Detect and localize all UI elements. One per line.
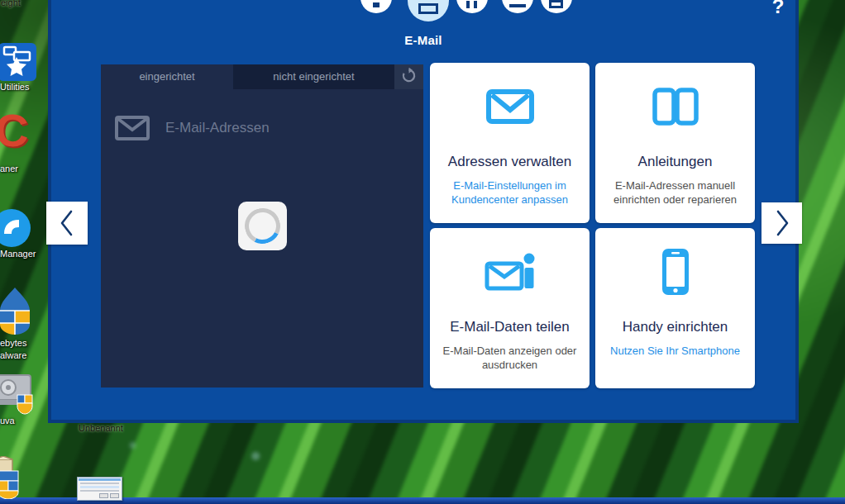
services-icon[interactable] xyxy=(541,0,572,13)
prev-arrow-button[interactable] xyxy=(46,202,88,245)
manager-app-icon[interactable] xyxy=(0,208,31,251)
tab-eingerichtet[interactable]: eingerichtet xyxy=(101,64,233,89)
tuneup-utilities-icon[interactable] xyxy=(0,43,36,84)
card-title: E-Mail-Daten teilen xyxy=(450,319,570,335)
desktop-icon-label[interactable]: alware xyxy=(0,350,26,360)
loading-spinner xyxy=(238,202,287,250)
panel-heading: E-Mail-Adressen xyxy=(115,116,270,140)
desktop-icon-label[interactable]: Manager xyxy=(0,249,36,259)
desktop-icon-label[interactable]: uva xyxy=(0,416,15,426)
envelope-icon xyxy=(486,79,534,134)
taskbar[interactable] xyxy=(0,497,845,504)
card-link[interactable]: E-Mail-Einstellungen im Kundencenter anp… xyxy=(439,179,581,207)
card-subtitle: E-Mail-Adressen manuell einrichten oder … xyxy=(604,179,747,207)
page-title: E-Mail xyxy=(51,33,795,47)
smartphone-icon xyxy=(661,245,690,299)
card-adressen-verwalten[interactable]: Adressen verwalten E-Mail-Einstellungen … xyxy=(430,63,590,223)
next-arrow-button[interactable] xyxy=(761,202,802,244)
connections-icon[interactable] xyxy=(456,0,488,13)
card-email-daten-teilen[interactable]: E-Mail-Daten teilen E-Mail-Daten anzeige… xyxy=(430,228,590,388)
app-window: E-Mail ? eingerichtet nicht eingerichtet xyxy=(48,0,799,423)
email-icon[interactable] xyxy=(408,0,449,21)
desktop-icon-label[interactable]: ebytes xyxy=(0,338,26,348)
desktop-icon-label[interactable]: Unbenannt xyxy=(79,423,123,433)
desktop-icon-label[interactable]: eight xyxy=(1,0,21,7)
refresh-button[interactable] xyxy=(394,64,423,89)
envelope-info-icon xyxy=(485,245,536,299)
desktop-icon-label[interactable]: aner xyxy=(0,164,18,174)
card-subtitle: E-Mail-Daten anzeigen oder ausdrucken xyxy=(439,345,581,373)
home-icon[interactable] xyxy=(360,0,392,13)
malwarebytes-icon[interactable] xyxy=(0,288,33,339)
refresh-icon xyxy=(401,68,417,87)
chevron-left-icon xyxy=(58,209,76,237)
help-icon[interactable]: ? xyxy=(766,0,790,18)
devices-icon[interactable] xyxy=(502,0,533,13)
recuva-icon[interactable] xyxy=(0,370,34,418)
card-anleitungen[interactable]: Anleitungen E-Mail-Adressen manuell einr… xyxy=(595,63,755,223)
spinner-ring-icon xyxy=(240,203,284,248)
screen: eight Utilities C aner Manager ebytes al… xyxy=(0,0,845,504)
installer-shield-icon[interactable] xyxy=(0,456,21,502)
card-link[interactable]: Nutzen Sie Ihr Smartphone xyxy=(604,345,747,359)
email-list-panel: eingerichtet nicht eingerichtet xyxy=(101,64,423,388)
card-handy-einrichten[interactable]: Handy einrichten Nutzen Sie Ihr Smartpho… xyxy=(595,228,755,388)
mini-dialog-thumbnail[interactable] xyxy=(77,477,122,501)
open-book-icon xyxy=(652,79,699,134)
card-title: Adressen verwalten xyxy=(448,154,571,170)
envelope-gray-icon xyxy=(115,116,150,140)
card-title: Anleitungen xyxy=(638,154,713,170)
desktop-icon-label[interactable]: Utilities xyxy=(0,82,29,92)
panel-heading-label: E-Mail-Adressen xyxy=(165,120,270,136)
card-title: Handy einrichten xyxy=(623,319,728,335)
ccleaner-icon[interactable]: C xyxy=(0,107,28,154)
chevron-right-icon xyxy=(773,209,791,237)
tab-nicht-eingerichtet[interactable]: nicht eingerichtet xyxy=(233,64,394,89)
